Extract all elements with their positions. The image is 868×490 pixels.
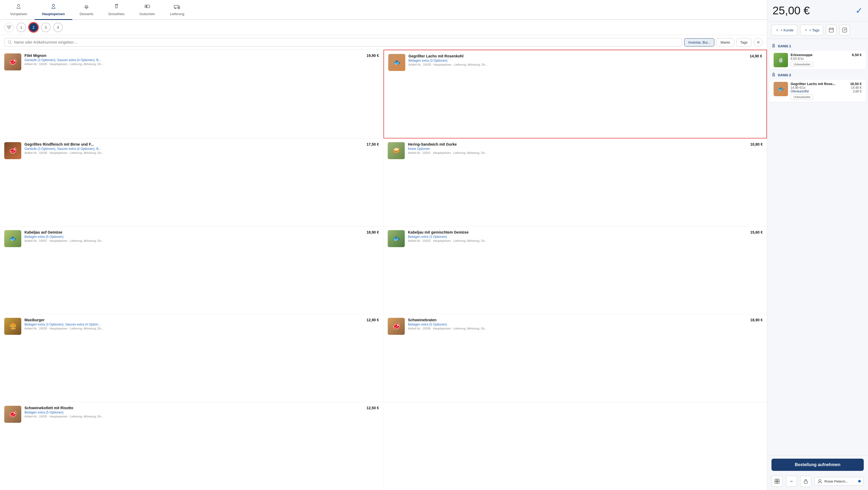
product-grid: 🥩 Filet Mignon 19,90 € Garstufe (3 Optio… xyxy=(0,50,767,490)
svg-point-14 xyxy=(179,8,180,9)
product-name: Kabeljau auf Gemüse xyxy=(25,230,62,234)
tab-gutschein-label: Gutschein xyxy=(140,12,155,16)
order-submit-btn[interactable]: Bestellung aufnehmen xyxy=(772,459,864,471)
gang-2-label: GANG 2 xyxy=(767,70,868,79)
calendar-btn[interactable] xyxy=(826,25,837,35)
course-selector-row: 1 2 3 4 xyxy=(0,20,767,35)
product-info: Filet Mignon 19,90 € Garstufe (3 Optione… xyxy=(25,54,379,66)
order-item-erbsensuppe[interactable]: 🍵 Erbsensuppe 6,50 € 6,50 €/1x Unbearbei… xyxy=(769,51,866,69)
product-image: 🥩 xyxy=(4,54,21,70)
order-items-list: GANG 1 🍵 Erbsensuppe 6,50 € 6,50 €/1x Un… xyxy=(767,39,868,455)
minus-btn[interactable]: − xyxy=(786,476,797,487)
product-card-kabeljau-gemuese[interactable]: 🐟 Kabeljau auf Gemüse 18,90 € Beilagen e… xyxy=(0,226,383,314)
gutschein-icon xyxy=(144,3,151,11)
product-name: Kabeljau mit gemischtem Gemüse xyxy=(408,230,469,234)
product-name: Filet Mignon xyxy=(25,54,46,58)
confirm-check-icon[interactable]: ✓ xyxy=(856,6,863,16)
svg-point-25 xyxy=(773,44,774,46)
product-meta: Artikel-Nr.: 10033 · Hauptspeisen · Lief… xyxy=(25,327,379,330)
course-btn-4[interactable]: 4 xyxy=(53,23,63,32)
product-card-maxiburger[interactable]: 🍔 Maxiburger 12,90 € Beilagen extra (3 O… xyxy=(0,314,383,402)
product-price: 18,90 € xyxy=(367,230,379,234)
search-input[interactable] xyxy=(14,40,679,44)
product-card-filet-mignon[interactable]: 🥩 Filet Mignon 19,90 € Garstufe (3 Optio… xyxy=(0,50,383,138)
filter-btn-tags[interactable]: Tags xyxy=(736,38,751,46)
clear-search-btn[interactable]: ✕ xyxy=(754,38,763,47)
tab-gutschein[interactable]: Gutschein xyxy=(132,0,162,20)
tab-desserts-label: Desserts xyxy=(80,12,93,16)
course-btn-2[interactable]: 2 xyxy=(29,23,38,32)
order-item-sub-price: 14,90 € xyxy=(851,86,862,90)
order-item-lachs[interactable]: 🐟 Gegrillter Lachs mit Rose... 18,50 € 1… xyxy=(769,80,866,102)
product-options: Beilagen extra (5 Optionen) xyxy=(25,235,379,239)
order-item-total: 6,50 € xyxy=(852,53,862,57)
svg-point-2 xyxy=(52,4,55,6)
product-options: Beilagen extra (3 Optionen), Saucen extr… xyxy=(25,323,379,326)
product-price: 15,60 € xyxy=(750,230,763,234)
product-image: 🐟 xyxy=(4,230,21,247)
product-name: Hering-Sandwich mit Gurke xyxy=(408,142,457,146)
hauptspeisen-icon xyxy=(50,3,57,11)
product-name: Gegrillter Lachs mit Rosenkohl xyxy=(408,54,464,58)
user-profile-btn[interactable]: Rosie Peterm... xyxy=(814,477,864,486)
tab-smoothies[interactable]: Smoothies xyxy=(101,0,132,20)
product-info: Maxiburger 12,90 € Beilagen extra (3 Opt… xyxy=(25,318,379,330)
svg-point-13 xyxy=(175,8,176,9)
settings-dot xyxy=(858,480,861,483)
tab-lieferung[interactable]: Lieferung xyxy=(162,0,192,20)
product-price: 12,90 € xyxy=(367,318,379,322)
search-input-wrap[interactable] xyxy=(4,38,682,46)
order-item-info: Gegrillter Lachs mit Rose... 18,50 € 14,… xyxy=(790,82,862,100)
product-info: Hering-Sandwich mit Gurke 10,80 € Keine … xyxy=(408,142,763,154)
course-btn-3[interactable]: 3 xyxy=(41,23,51,32)
filter-icon-btn[interactable] xyxy=(4,23,14,32)
lock-btn[interactable] xyxy=(800,476,811,487)
desserts-icon xyxy=(83,3,90,11)
product-image: 🐟 xyxy=(388,230,405,247)
filter-btn-marke[interactable]: Marke xyxy=(716,38,734,46)
sidebar-header: 25,00 € ✓ xyxy=(767,0,868,22)
product-card-schweinekotlett[interactable]: 🥩 Schweinekotlett mit Risotto 12,50 € Be… xyxy=(0,402,383,490)
tab-vorspeisen[interactable]: Vorspeisen xyxy=(3,0,35,20)
minus-icon: − xyxy=(790,479,793,484)
svg-rect-30 xyxy=(777,482,779,483)
order-item-sub-label: 14,90 €/1x xyxy=(790,86,806,90)
add-tags-btn[interactable]: ＋ + Tags xyxy=(800,25,823,35)
add-customer-btn[interactable]: ＋ + Kunde xyxy=(772,25,798,35)
svg-rect-9 xyxy=(145,5,150,8)
sidebar-footer: Bestellung aufnehmen − Rosie Peterm... xyxy=(767,455,868,490)
course-btn-1[interactable]: 1 xyxy=(17,23,26,32)
product-card-lachs[interactable]: 🐟 Gegrillter Lachs mit Rosenkohl 14,90 €… xyxy=(383,50,767,138)
product-info: Gegrilltes Rindfleisch mit Birne und F..… xyxy=(25,142,379,154)
product-card-kabeljau-gemischt[interactable]: 🐟 Kabeljau mit gemischtem Gemüse 15,60 €… xyxy=(383,226,767,314)
vorspeisen-icon xyxy=(16,3,22,11)
product-info: Gegrillter Lachs mit Rosenkohl 14,90 € B… xyxy=(408,54,762,66)
grid-view-btn[interactable] xyxy=(772,476,783,487)
transfer-btn[interactable] xyxy=(839,25,850,35)
product-meta: Artikel-Nr.: 10030 · Hauptspeisen · Lief… xyxy=(408,63,762,66)
product-meta: Artikel-Nr.: 10036 · Hauptspeisen · Lief… xyxy=(408,327,763,330)
product-options: Beilagen extra (3 Optionen) xyxy=(408,235,763,239)
product-options: Beilagen extra (5 Optionen) xyxy=(25,411,379,414)
tab-lieferung-label: Lieferung xyxy=(170,12,184,16)
product-card-schweinebraten[interactable]: 🥩 Schweinebraten 18,90 € Beilagen extra … xyxy=(383,314,767,402)
order-item-image: 🐟 xyxy=(774,82,788,96)
product-meta: Artikel-Nr.: 10038 · Hauptspeisen · Lief… xyxy=(25,151,379,154)
tab-desserts[interactable]: Desserts xyxy=(72,0,101,20)
tab-hauptspeisen[interactable]: Hauptspeisen xyxy=(35,0,72,20)
product-image: 🥩 xyxy=(4,406,21,423)
svg-rect-31 xyxy=(804,481,807,483)
product-card-rindfleisch[interactable]: 🥩 Gegrilltes Rindfleisch mit Birne und F… xyxy=(0,138,383,226)
add-customer-icon: ＋ xyxy=(775,28,779,32)
product-meta: Artikel-Nr.: 10035 · Hauptspeisen · Lief… xyxy=(25,415,379,418)
nav-tabs: Vorspeisen Hauptspeisen Desserts Smoothi… xyxy=(0,0,767,20)
filter-btn-inventar[interactable]: Inventar, Bui... xyxy=(684,38,714,46)
product-options: Garstufe (3 Optionen), Saucen extra (4 O… xyxy=(25,147,379,151)
product-meta: Artikel-Nr.: 10029 · Hauptspeisen · Lief… xyxy=(25,62,379,66)
product-meta: Artikel-Nr.: 10031 · Hauptspeisen · Lief… xyxy=(408,151,763,154)
product-name: Schweinebraten xyxy=(408,318,436,322)
product-options: Garstufe (3 Optionen), Saucen extra (4 O… xyxy=(25,58,379,62)
status-badge: Unbearbeitet xyxy=(790,62,813,67)
product-card-hering[interactable]: 🥪 Hering-Sandwich mit Gurke 10,80 € Kein… xyxy=(383,138,767,226)
product-options: Keine Optionen xyxy=(408,147,763,151)
